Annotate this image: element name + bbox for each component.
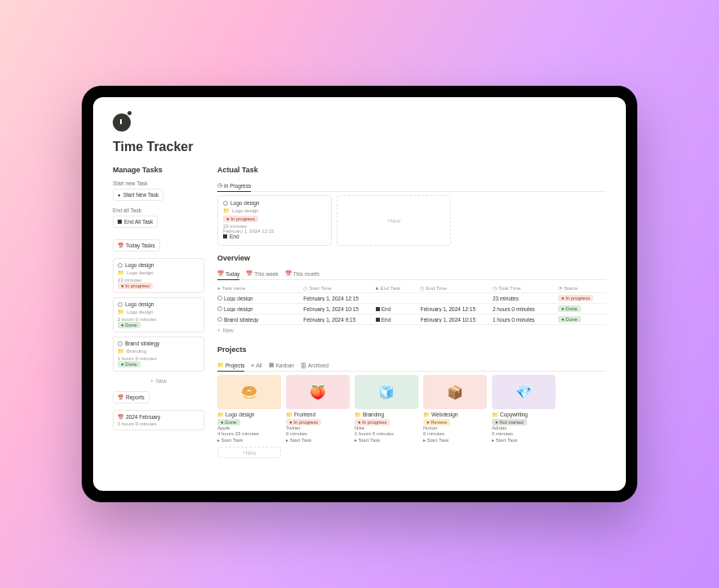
radio-icon [217,306,222,311]
status-badge: ● Done [558,305,581,312]
actual-new-card[interactable]: + New [337,195,451,246]
status-badge: ● Review [423,419,450,425]
folder-icon: 📁 [492,412,498,418]
folder-icon: 📁 [118,348,124,354]
project-cover: 📦 [423,375,487,409]
radio-icon [217,317,222,322]
play-icon: ● [118,193,121,198]
manage-heading: Manage Tasks [113,166,204,174]
project-cover: 🍑 [286,375,350,409]
project-card[interactable]: 📦 📁Webdesign ● Review Notion 0 minutes ▸… [423,375,487,443]
projects-heading: Projects [217,345,606,354]
start-new-label: Start new Task [113,180,204,186]
folder-icon: 📁 [286,412,293,418]
clock-icon: ◷ [217,182,222,189]
folder-icon: 📁 [355,412,361,418]
overview-new-row[interactable]: + New [217,325,606,336]
status-badge: ● Done [118,361,141,368]
stopwatch-icon [113,114,131,131]
sidebar-task-card[interactable]: Logo design 📁Logo design 23 minutes ● In… [113,258,204,293]
calendar-icon: 📅 [217,270,224,277]
status-badge: ● In progress [223,216,258,222]
tab-this-month[interactable]: 📅This month [285,269,319,279]
status-badge: ● In progress [558,295,593,301]
reports-header[interactable]: 📅Reports [113,391,150,403]
col-header: ◔ Status [558,285,606,291]
radio-icon [118,302,123,307]
main-content: Actual Task ◷In Progress Logo design 📁Lo… [217,166,606,458]
tab-projects[interactable]: 📁Projects [217,360,244,372]
folder-icon: 📁 [118,309,124,315]
app-screen: Time Tracker Manage Tasks Start new Task… [93,97,626,491]
project-card[interactable]: 💎 📁Copywriting ● Not started Adidas 0 mi… [492,375,556,443]
stop-icon [223,234,227,238]
end-all-label: End all Task [113,207,204,213]
sidebar: Manage Tasks Start new Task ●Start New T… [113,166,204,458]
status-badge: ● Done [217,419,240,425]
tab-in-progress[interactable]: ◷In Progress [217,180,251,192]
overview-heading: Overview [217,254,606,262]
table-row[interactable]: Brand strategy February 1, 2024 9:15 End… [217,314,606,325]
project-card[interactable]: 🧊 📁Branding ● In progress Nike 1 hours 0… [355,375,418,443]
start-new-task-button[interactable]: ●Start New Task [113,189,163,201]
status-badge: ● In progress [118,283,153,289]
status-badge: ● In progress [355,419,390,425]
col-header: ■ End Task [376,285,418,291]
tab-today[interactable]: 📅Today [217,269,239,280]
project-card[interactable]: 🥯 📁Logo design ● Done Apple 4 hours 23 m… [217,375,281,443]
overview-table: ● Task name◷ Start Time■ End Task◷ End T… [217,283,606,336]
page-title: Time Tracker [113,140,606,154]
tab-all[interactable]: ≡All [251,360,261,371]
report-card[interactable]: 📅2024 February 0 hours 0 minutes [113,410,204,430]
col-header: ● Task name [217,285,300,291]
folder-icon: 📁 [118,270,124,276]
project-card[interactable]: 🍑 📁Frontend ● In progress Twitter 0 minu… [286,375,350,443]
start-task-link[interactable]: ▸ Start Task [217,437,281,443]
calendar-icon: 📅 [285,270,292,277]
end-task-link[interactable]: End [223,234,326,239]
col-header: ◷ Total Time [493,285,555,291]
tab-this-week[interactable]: 📅This week [246,269,278,279]
table-row[interactable]: Logo design February 1, 2024 10:15 End F… [217,304,606,314]
radio-icon [217,296,222,301]
start-task-link[interactable]: ▸ Start Task [492,437,556,443]
end-all-task-button[interactable]: End All Task [113,216,158,228]
calendar-icon: 📅 [118,414,123,420]
actual-heading: Actual Task [217,166,606,174]
start-task-link[interactable]: ▸ Start Task [423,437,487,443]
status-badge: ● In progress [286,419,321,425]
stop-icon [118,220,122,224]
folder-icon: 📁 [223,207,230,214]
tab-archived[interactable]: 🗄Archived [301,360,328,371]
status-badge: ● Not started [492,419,527,425]
folder-icon: 📁 [423,412,430,418]
project-cover: 🥯 [217,375,281,409]
sidebar-new-task[interactable]: + New [113,376,204,386]
stop-icon [376,307,380,311]
status-badge: ● Done [558,316,581,323]
start-task-link[interactable]: ▸ Start Task [355,437,418,443]
tablet-frame: Time Tracker Manage Tasks Start new Task… [82,86,637,502]
col-header: ◷ End Time [420,285,489,291]
sidebar-task-card[interactable]: Logo design 📁Logo design 2 hours 0 minut… [113,297,204,332]
status-badge: ● Done [118,322,141,328]
col-header: ◷ Start Time [303,285,372,291]
radio-icon [118,341,123,346]
calendar-icon: 📅 [118,243,123,248]
today-tasks-header[interactable]: 📅Today Tasks [113,239,160,252]
tab-kanban[interactable]: ▦Kanban [269,360,294,371]
projects-new-card[interactable]: + New [217,447,281,458]
stop-icon [376,318,380,322]
actual-task-card[interactable]: Logo design 📁Logo design ● In progress 2… [217,195,332,246]
sidebar-task-card[interactable]: Brand strategy 📁Branding 1 hours 0 minut… [113,336,204,372]
table-row[interactable]: Logo design February 1, 2024 12:15 23 mi… [217,293,606,304]
radio-icon [223,201,228,206]
calendar-icon: 📅 [118,394,123,400]
start-task-link[interactable]: ▸ Start Task [286,437,350,443]
calendar-icon: 📅 [246,270,252,277]
project-cover: 🧊 [355,375,418,409]
radio-icon [118,263,123,268]
folder-icon: 📁 [217,412,224,418]
project-cover: 💎 [492,375,556,409]
